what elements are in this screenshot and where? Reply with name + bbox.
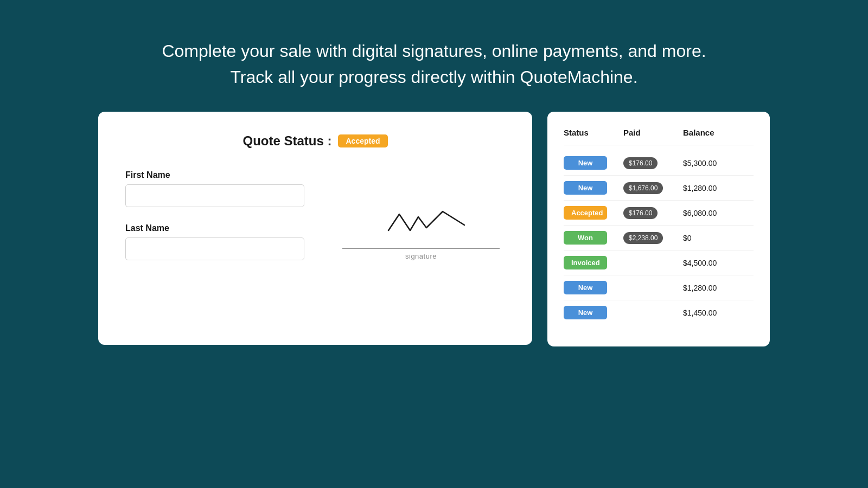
balance-cell: $0 <box>683 233 743 243</box>
table-row: New$176.00$5,300.00 <box>564 151 754 176</box>
balance-cell: $6,080.00 <box>683 208 743 218</box>
paid-cell: $1,676.00 <box>623 182 683 194</box>
table-row: New$1,676.00$1,280.00 <box>564 176 754 201</box>
hero-line2: Track all your progress directly within … <box>162 64 706 90</box>
status-badge: Won <box>564 231 607 245</box>
table-row: New$1,280.00 <box>564 275 754 300</box>
status-badge: Invoiced <box>564 256 607 269</box>
status-badge: New <box>564 181 607 195</box>
form-section: First Name Last Name signature <box>125 170 505 260</box>
signature-drawing <box>356 201 486 244</box>
signature-line <box>342 248 500 249</box>
status-badge: New <box>564 156 607 170</box>
status-cell: Invoiced <box>564 256 623 269</box>
status-cell: New <box>564 156 623 170</box>
status-cell: Won <box>564 231 623 245</box>
balance-cell: $4,500.00 <box>683 258 743 268</box>
balance-value: $4,500.00 <box>683 259 717 267</box>
status-badge: New <box>564 281 607 294</box>
status-cell: New <box>564 306 623 319</box>
hero-line1: Complete your sale with digital signatur… <box>162 38 706 64</box>
last-name-group: Last Name <box>125 223 304 260</box>
first-name-input[interactable] <box>125 184 304 207</box>
balance-value: $0 <box>683 234 692 242</box>
status-badge: New <box>564 306 607 319</box>
table-header: Status Paid Balance <box>564 128 754 145</box>
quote-status-row: Quote Status : Accepted <box>125 133 505 149</box>
status-cell: Accepted <box>564 206 623 220</box>
paid-badge: $176.00 <box>623 157 658 169</box>
cards-container: Quote Status : Accepted First Name Last … <box>98 112 770 346</box>
paid-badge: $176.00 <box>623 207 658 219</box>
status-cell: New <box>564 281 623 294</box>
accepted-badge: Accepted <box>338 134 387 147</box>
hero-section: Complete your sale with digital signatur… <box>162 38 706 90</box>
last-name-label: Last Name <box>125 223 304 233</box>
balance-value: $1,450.00 <box>683 309 717 317</box>
quote-card: Quote Status : Accepted First Name Last … <box>98 112 532 345</box>
table-card: Status Paid Balance New$176.00$5,300.00N… <box>547 112 770 346</box>
paid-cell: $2,238.00 <box>623 232 683 244</box>
status-cell: New <box>564 181 623 195</box>
paid-badge: $2,238.00 <box>623 232 663 244</box>
col-paid-header: Paid <box>623 128 683 137</box>
table-row: Accepted$176.00$6,080.00 <box>564 201 754 226</box>
balance-cell: $1,450.00 <box>683 308 743 318</box>
balance-value: $6,080.00 <box>683 209 717 217</box>
col-status-header: Status <box>564 128 623 137</box>
paid-badge: $1,676.00 <box>623 182 663 194</box>
last-name-input[interactable] <box>125 237 304 260</box>
table-row: Won$2,238.00$0 <box>564 226 754 251</box>
balance-cell: $1,280.00 <box>683 283 743 293</box>
signature-text: signature <box>405 252 437 260</box>
quote-status-label: Quote Status : <box>242 133 331 149</box>
paid-cell: $176.00 <box>623 207 683 219</box>
balance-cell: $1,280.00 <box>683 183 743 193</box>
balance-cell: $5,300.00 <box>683 158 743 168</box>
table-body: New$176.00$5,300.00New$1,676.00$1,280.00… <box>564 151 754 325</box>
balance-value: $5,300.00 <box>683 159 717 168</box>
form-fields: First Name Last Name <box>125 170 304 260</box>
first-name-label: First Name <box>125 170 304 180</box>
first-name-group: First Name <box>125 170 304 207</box>
table-row: New$1,450.00 <box>564 300 754 325</box>
signature-section: signature <box>337 170 505 260</box>
balance-value: $1,280.00 <box>683 284 717 292</box>
balance-value: $1,280.00 <box>683 184 717 192</box>
paid-cell: $176.00 <box>623 157 683 169</box>
signature-area: signature <box>342 201 500 260</box>
status-badge: Accepted <box>564 206 607 220</box>
table-row: Invoiced$4,500.00 <box>564 251 754 275</box>
col-balance-header: Balance <box>683 128 743 137</box>
